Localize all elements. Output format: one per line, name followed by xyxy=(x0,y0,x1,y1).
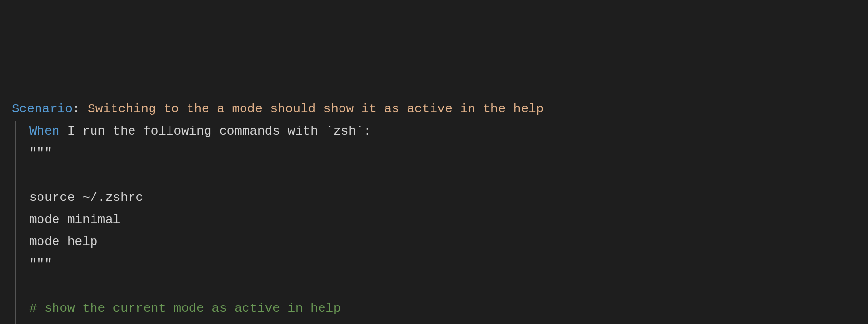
docstring-open: """ xyxy=(29,146,52,161)
when-text: I run the following commands with `zsh`: xyxy=(59,124,371,139)
docstring-line1: source ~/.zshrc xyxy=(29,190,143,205)
when-keyword: When xyxy=(29,124,59,139)
scenario-keyword: Scenario xyxy=(12,102,73,116)
scenario-line: Scenario: Switching to the a mode should… xyxy=(12,102,544,116)
docstring-line2: mode minimal xyxy=(29,213,120,227)
scenario-title: Switching to the a mode should show it a… xyxy=(80,102,544,116)
scenario-colon: : xyxy=(73,102,80,116)
scenario-body: When I run the following commands with `… xyxy=(15,121,856,324)
gherkin-code-block: Scenario: Switching to the a mode should… xyxy=(12,98,856,324)
docstring-line3: mode help xyxy=(29,234,97,249)
comment-line: # show the current mode as active in hel… xyxy=(29,301,341,316)
when-step: When I run the following commands with `… xyxy=(29,124,371,139)
docstring-close: """ xyxy=(29,257,52,271)
